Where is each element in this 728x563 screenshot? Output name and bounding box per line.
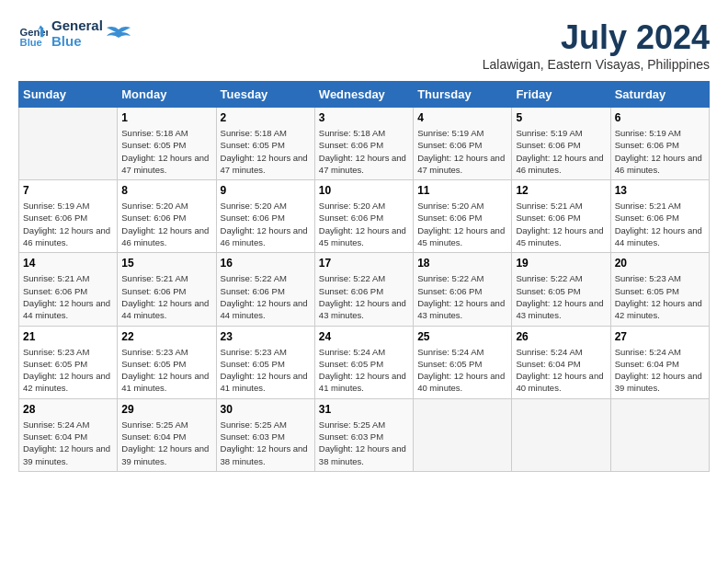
calendar-cell: 3Sunrise: 5:18 AMSunset: 6:06 PMDaylight… [314, 108, 413, 180]
calendar-week-row: 7Sunrise: 5:19 AMSunset: 6:06 PMDaylight… [19, 180, 710, 253]
day-number: 16 [221, 257, 311, 270]
day-number: 8 [121, 184, 211, 197]
calendar-cell: 25Sunrise: 5:24 AMSunset: 6:05 PMDayligh… [414, 326, 512, 398]
location-subtitle: Lalawigan, Eastern Visayas, Philippines [483, 57, 710, 72]
day-number: 12 [516, 184, 606, 197]
day-detail: Sunrise: 5:23 AMSunset: 6:05 PMDaylight:… [121, 346, 211, 395]
day-detail: Sunrise: 5:20 AMSunset: 6:06 PMDaylight:… [121, 200, 211, 248]
calendar-cell: 17Sunrise: 5:22 AMSunset: 6:06 PMDayligh… [314, 253, 413, 326]
day-detail: Sunrise: 5:23 AMSunset: 6:05 PMDaylight:… [221, 346, 311, 395]
day-detail: Sunrise: 5:20 AMSunset: 6:06 PMDaylight:… [417, 200, 507, 248]
logo-icon: General Blue [18, 19, 48, 49]
calendar-cell: 19Sunrise: 5:22 AMSunset: 6:05 PMDayligh… [512, 253, 610, 326]
logo-blue: Blue [51, 34, 103, 50]
calendar-cell [512, 398, 610, 471]
day-number: 24 [319, 330, 409, 343]
day-detail: Sunrise: 5:21 AMSunset: 6:06 PMDaylight:… [23, 272, 113, 321]
calendar-cell: 8Sunrise: 5:20 AMSunset: 6:06 PMDaylight… [118, 180, 216, 253]
calendar-cell: 22Sunrise: 5:23 AMSunset: 6:05 PMDayligh… [118, 326, 216, 398]
day-number: 17 [319, 257, 409, 270]
day-detail: Sunrise: 5:24 AMSunset: 6:04 PMDaylight:… [23, 419, 113, 467]
day-detail: Sunrise: 5:25 AMSunset: 6:04 PMDaylight:… [121, 419, 211, 467]
calendar-cell: 4Sunrise: 5:19 AMSunset: 6:06 PMDaylight… [414, 108, 512, 180]
logo: General Blue General Blue [18, 18, 132, 49]
svg-text:Blue: Blue [20, 36, 42, 47]
calendar-cell: 24Sunrise: 5:24 AMSunset: 6:05 PMDayligh… [314, 326, 413, 398]
day-number: 2 [221, 111, 311, 124]
day-number: 6 [615, 111, 705, 124]
calendar-cell: 5Sunrise: 5:19 AMSunset: 6:06 PMDaylight… [512, 108, 610, 180]
day-number: 18 [417, 257, 507, 270]
calendar-cell: 28Sunrise: 5:24 AMSunset: 6:04 PMDayligh… [19, 398, 118, 471]
day-number: 10 [319, 184, 409, 197]
calendar-body: 1Sunrise: 5:18 AMSunset: 6:05 PMDaylight… [19, 108, 710, 472]
day-number: 30 [221, 403, 311, 416]
day-number: 15 [121, 257, 211, 270]
calendar-cell: 16Sunrise: 5:22 AMSunset: 6:06 PMDayligh… [216, 253, 314, 326]
calendar-cell: 26Sunrise: 5:24 AMSunset: 6:04 PMDayligh… [512, 326, 610, 398]
calendar-cell: 14Sunrise: 5:21 AMSunset: 6:06 PMDayligh… [19, 253, 118, 326]
calendar-cell: 6Sunrise: 5:19 AMSunset: 6:06 PMDaylight… [610, 108, 709, 180]
calendar-header: SundayMondayTuesdayWednesdayThursdayFrid… [19, 82, 710, 108]
day-number: 1 [121, 111, 211, 124]
title-area: July 2024 Lalawigan, Eastern Visayas, Ph… [483, 18, 710, 72]
calendar-week-row: 21Sunrise: 5:23 AMSunset: 6:05 PMDayligh… [19, 326, 710, 398]
day-detail: Sunrise: 5:19 AMSunset: 6:06 PMDaylight:… [516, 127, 606, 176]
calendar-cell: 27Sunrise: 5:24 AMSunset: 6:04 PMDayligh… [610, 326, 709, 398]
calendar-cell: 31Sunrise: 5:25 AMSunset: 6:03 PMDayligh… [314, 398, 413, 471]
day-detail: Sunrise: 5:22 AMSunset: 6:05 PMDaylight:… [516, 272, 606, 321]
calendar-cell [414, 398, 512, 471]
calendar-cell: 15Sunrise: 5:21 AMSunset: 6:06 PMDayligh… [118, 253, 216, 326]
day-detail: Sunrise: 5:24 AMSunset: 6:04 PMDaylight:… [615, 346, 705, 395]
day-number: 11 [417, 184, 507, 197]
calendar-cell: 10Sunrise: 5:20 AMSunset: 6:06 PMDayligh… [314, 180, 413, 253]
calendar-cell: 7Sunrise: 5:19 AMSunset: 6:06 PMDaylight… [19, 180, 118, 253]
header-day-thursday: Thursday [414, 82, 512, 108]
page-header: General Blue General Blue July 2024 Lala… [18, 18, 710, 72]
calendar-table: SundayMondayTuesdayWednesdayThursdayFrid… [18, 81, 710, 472]
day-detail: Sunrise: 5:18 AMSunset: 6:05 PMDaylight:… [121, 127, 211, 176]
day-number: 26 [516, 330, 606, 343]
day-detail: Sunrise: 5:23 AMSunset: 6:05 PMDaylight:… [615, 272, 705, 321]
day-number: 9 [221, 184, 311, 197]
day-detail: Sunrise: 5:20 AMSunset: 6:06 PMDaylight:… [319, 200, 409, 248]
header-day-friday: Friday [512, 82, 610, 108]
day-detail: Sunrise: 5:22 AMSunset: 6:06 PMDaylight:… [221, 272, 311, 321]
calendar-week-row: 28Sunrise: 5:24 AMSunset: 6:04 PMDayligh… [19, 398, 710, 471]
calendar-week-row: 14Sunrise: 5:21 AMSunset: 6:06 PMDayligh… [19, 253, 710, 326]
day-number: 22 [121, 330, 211, 343]
day-number: 20 [615, 257, 705, 270]
header-row: SundayMondayTuesdayWednesdayThursdayFrid… [19, 82, 710, 108]
day-detail: Sunrise: 5:24 AMSunset: 6:05 PMDaylight:… [319, 346, 409, 395]
calendar-cell: 18Sunrise: 5:22 AMSunset: 6:06 PMDayligh… [414, 253, 512, 326]
calendar-cell: 13Sunrise: 5:21 AMSunset: 6:06 PMDayligh… [610, 180, 709, 253]
day-number: 21 [23, 330, 113, 343]
calendar-week-row: 1Sunrise: 5:18 AMSunset: 6:05 PMDaylight… [19, 108, 710, 180]
header-day-monday: Monday [118, 82, 216, 108]
month-year-title: July 2024 [483, 18, 710, 57]
day-detail: Sunrise: 5:19 AMSunset: 6:06 PMDaylight:… [417, 127, 507, 176]
day-number: 7 [23, 184, 113, 197]
day-number: 28 [23, 403, 113, 416]
calendar-cell: 9Sunrise: 5:20 AMSunset: 6:06 PMDaylight… [216, 180, 314, 253]
day-detail: Sunrise: 5:19 AMSunset: 6:06 PMDaylight:… [615, 127, 705, 176]
calendar-cell: 29Sunrise: 5:25 AMSunset: 6:04 PMDayligh… [118, 398, 216, 471]
day-detail: Sunrise: 5:21 AMSunset: 6:06 PMDaylight:… [516, 200, 606, 248]
calendar-cell: 21Sunrise: 5:23 AMSunset: 6:05 PMDayligh… [19, 326, 118, 398]
day-number: 13 [615, 184, 705, 197]
day-number: 4 [417, 111, 507, 124]
calendar-cell: 12Sunrise: 5:21 AMSunset: 6:06 PMDayligh… [512, 180, 610, 253]
day-number: 27 [615, 330, 705, 343]
day-detail: Sunrise: 5:24 AMSunset: 6:04 PMDaylight:… [516, 346, 606, 395]
logo-general: General [51, 18, 103, 34]
day-number: 3 [319, 111, 409, 124]
header-day-wednesday: Wednesday [314, 82, 413, 108]
day-detail: Sunrise: 5:18 AMSunset: 6:06 PMDaylight:… [319, 127, 409, 176]
day-detail: Sunrise: 5:24 AMSunset: 6:05 PMDaylight:… [417, 346, 507, 395]
day-detail: Sunrise: 5:21 AMSunset: 6:06 PMDaylight:… [615, 200, 705, 248]
day-detail: Sunrise: 5:23 AMSunset: 6:05 PMDaylight:… [23, 346, 113, 395]
day-number: 31 [319, 403, 409, 416]
day-number: 14 [23, 257, 113, 270]
header-day-sunday: Sunday [19, 82, 118, 108]
calendar-cell: 30Sunrise: 5:25 AMSunset: 6:03 PMDayligh… [216, 398, 314, 471]
